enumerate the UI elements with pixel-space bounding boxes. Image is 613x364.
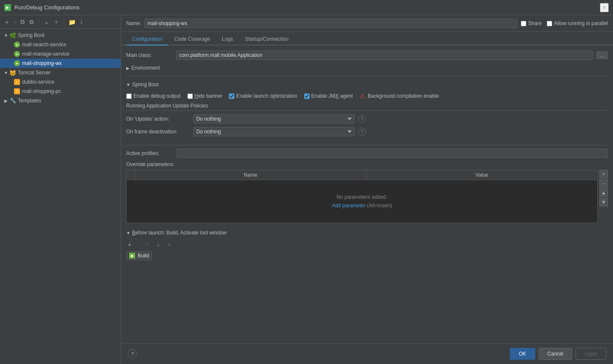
build-icon: ▶ [129, 253, 135, 259]
params-up-button[interactable]: ▲ [599, 189, 608, 197]
build-label: Build [138, 253, 149, 259]
spring-boot-arrow: ▼ [3, 33, 8, 38]
sidebar-item-spring-boot[interactable]: ▼ 🌿 Spring Boot [0, 31, 121, 40]
share-checkbox[interactable] [521, 21, 526, 26]
before-launch-arrow: ▼ [126, 231, 130, 235]
spring-boot-section-header[interactable]: ▼ Spring Boot [126, 80, 608, 89]
folder-button[interactable]: 📁 [67, 18, 77, 26]
cancel-button[interactable]: Cancel [539, 348, 572, 360]
no-params-label: No parameters added. [336, 194, 387, 200]
params-down-button[interactable]: ▼ [599, 198, 608, 206]
parallel-checkbox-label[interactable]: Allow running in parallel [547, 20, 608, 26]
before-launch-header[interactable]: ▼ Before launch: Build, Activate tool wi… [126, 228, 608, 237]
jmx-agent-label: Enable JMX agent [311, 93, 353, 99]
params-add-button[interactable]: + [599, 170, 608, 178]
jmx-agent-option[interactable]: Enable JMX agent [304, 93, 353, 99]
params-side-toolbar: + − ▲ ▼ [599, 170, 608, 206]
settings-button[interactable]: ⚙ [27, 18, 36, 26]
main-class-row: Main class: ... [126, 51, 608, 60]
sidebar-item-mall-search[interactable]: ● mall-search-service [0, 40, 121, 49]
sidebar-item-tomcat-server[interactable]: ▼ 🐱 Tomcat Server [0, 68, 121, 77]
environment-header[interactable]: ▶ Environment [126, 63, 608, 73]
hide-banner-checkbox[interactable] [187, 93, 193, 99]
name-input[interactable] [144, 19, 517, 28]
active-profiles-input[interactable] [176, 149, 608, 158]
name-row: Name: Share Allow running in parallel [121, 15, 613, 32]
launch-opt-label: Enable launch optimization [236, 93, 297, 99]
close-button[interactable]: × [600, 3, 609, 12]
templates-label: Templates [18, 98, 117, 104]
dubbo-icon: T [14, 79, 20, 85]
tab-configuration[interactable]: Configuration [126, 34, 168, 45]
before-launch-up-button[interactable]: ▲ [153, 241, 163, 248]
frame-deactivation-select[interactable]: Do nothing Update classes and resources … [193, 127, 355, 136]
override-params-label: Override parameters: [126, 161, 608, 167]
debug-output-checkbox[interactable] [126, 93, 132, 99]
tomcat-icon: 🐱 [9, 69, 16, 76]
sidebar-item-mall-manage[interactable]: ● mall-manage-service [0, 49, 121, 59]
update-action-help[interactable]: ? [358, 115, 366, 123]
params-remove-button[interactable]: − [599, 179, 608, 188]
sidebar-item-mall-shopping-pc[interactable]: T mall-shopping-pc [0, 87, 121, 96]
before-launch-edit-button[interactable]: ✎ [143, 241, 152, 248]
debug-output-option[interactable]: Enable debug output [126, 93, 181, 99]
parallel-label: Allow running in parallel [554, 20, 608, 26]
main-class-input[interactable] [176, 51, 593, 60]
remove-config-button[interactable]: − [11, 18, 18, 26]
templates-arrow: ▶ [3, 98, 8, 103]
content-area: Name: Share Allow running in parallel Co… [121, 15, 613, 364]
spring-boot-section: ▼ Spring Boot Enable debug output Hide b… [126, 80, 608, 145]
tab-code-coverage[interactable]: Code Coverage [168, 34, 216, 45]
spring-boot-group: ▼ 🌿 Spring Boot ● mall-search-service ● [0, 31, 121, 68]
launch-opt-checkbox[interactable] [229, 93, 234, 99]
active-profiles-label: Active profiles: [126, 150, 173, 156]
tomcat-arrow: ▼ [3, 70, 8, 75]
move-down-button[interactable]: ▼ [52, 18, 61, 26]
tomcat-label: Tomcat Server [18, 70, 117, 76]
update-action-label: On 'Update' action: [126, 116, 190, 122]
hide-banner-label: Hide banner [195, 93, 222, 99]
ok-button[interactable]: OK [510, 348, 535, 360]
tab-logs[interactable]: Logs [216, 34, 239, 45]
spring-boot-options: Enable debug output Hide banner Enable l… [126, 93, 608, 99]
tab-startup[interactable]: Startup/Connection [239, 34, 294, 45]
main-class-browse-button[interactable]: ... [596, 51, 608, 59]
tabs-bar: Configuration Code Coverage Logs Startup… [121, 32, 613, 45]
frame-deactivation-label: On frame deactivation: [126, 129, 190, 135]
move-up-button[interactable]: ▲ [42, 18, 51, 26]
debug-output-label: Enable debug output [133, 93, 181, 99]
environment-section: ▶ Environment [126, 63, 608, 76]
sort-button[interactable]: ↕ [78, 18, 85, 26]
name-label: Name: [126, 20, 141, 26]
sidebar-item-dubbo[interactable]: T dubbo-service [0, 77, 121, 87]
launch-opt-option[interactable]: Enable launch optimization [229, 93, 297, 99]
before-launch-down-button[interactable]: ▼ [164, 241, 174, 248]
add-param-area: Add parameter (Alt+Insert) [332, 203, 392, 209]
share-checkbox-label[interactable]: Share [521, 20, 542, 26]
before-launch-section: ▼ Before launch: Build, Activate tool wi… [126, 228, 608, 260]
add-config-button[interactable]: + [3, 18, 10, 26]
before-launch-remove-button[interactable]: − [135, 241, 141, 248]
copy-config-button[interactable]: ⧉ [19, 17, 26, 26]
before-launch-title: Before launch: Build, Activate tool wind… [132, 230, 226, 236]
before-launch-add-button[interactable]: + [126, 241, 133, 248]
jmx-agent-checkbox[interactable] [304, 93, 310, 99]
sidebar-item-mall-shopping-wx[interactable]: ● mall-shopping-wx [0, 59, 121, 68]
title-bar: ▶ Run/Debug Configurations × [0, 0, 613, 15]
sidebar-item-templates[interactable]: ▶ 🔧 Templates [0, 96, 121, 105]
help-button[interactable]: ? [128, 349, 137, 358]
frame-deactivation-row: On frame deactivation: Do nothing Update… [126, 127, 608, 136]
add-param-link[interactable]: Add parameter [332, 203, 365, 209]
frame-deactivation-help[interactable]: ? [358, 128, 366, 135]
bg-compile-label: Background compilation enable [368, 93, 439, 99]
sidebar-toolbar: + − ⧉ ⚙ ▲ ▼ 📁 ↕ [0, 15, 121, 29]
config-panel: Main class: ... ▶ Environment ▼ Spring B… [121, 45, 613, 343]
hide-banner-option[interactable]: Hide banner [187, 93, 222, 99]
update-action-select[interactable]: Do nothing Update classes and resources … [193, 114, 355, 124]
mall-shopping-wx-label: mall-shopping-wx [22, 60, 117, 66]
sidebar-tree: ▼ 🌿 Spring Boot ● mall-search-service ● [0, 29, 121, 364]
templates-group: ▶ 🔧 Templates [0, 96, 121, 105]
parallel-checkbox[interactable] [547, 21, 552, 26]
apply-button[interactable]: Apply [576, 348, 606, 360]
params-col-value: Value [367, 170, 598, 180]
